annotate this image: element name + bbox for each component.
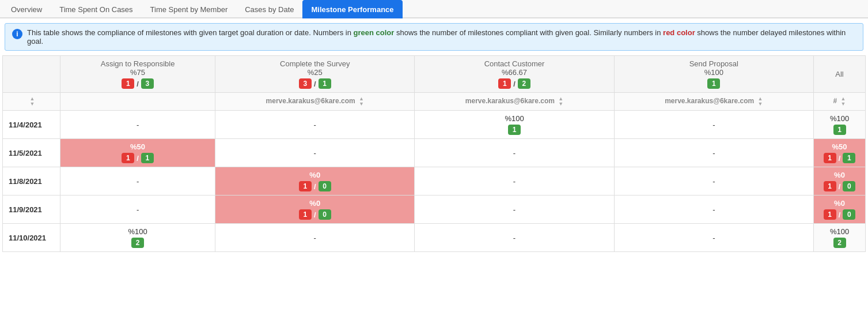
slash: / — [839, 210, 841, 219]
cell-proposal-11-9-2021: - — [614, 196, 813, 224]
cell-assign-11-10-2021: %100 2 — [60, 224, 215, 252]
badge-green-contact: 2 — [518, 78, 530, 89]
badge-row-contact: 1 / 2 — [419, 78, 609, 89]
cell-proposal-11-5-2021: - — [614, 139, 813, 167]
badge-green: 0 — [843, 209, 855, 220]
col-header-survey: Complete the Survey %25 3 / 1 — [215, 56, 415, 93]
slash: / — [839, 182, 841, 191]
col-pct-assign: %75 — [65, 68, 210, 77]
info-icon: i — [12, 29, 22, 39]
pct-val: %0 — [220, 171, 410, 179]
tab-overview[interactable]: Overview — [2, 0, 51, 18]
col-pct-proposal: %100 — [619, 68, 809, 77]
badge-row-proposal: 1 — [619, 78, 809, 89]
cell-all-11-8-2021: %0 1 / 0 — [814, 167, 866, 196]
cell-assign-11-8-2021: - — [60, 167, 215, 196]
sort-arrows-survey: ▲▼ — [359, 96, 364, 107]
badge-green: 1 — [843, 153, 855, 163]
col-header-assign: Assign to Responsible %75 1 / 3 — [60, 56, 215, 93]
badge-green-assign: 3 — [141, 78, 154, 89]
info-text: This table shows the compliance of miles… — [27, 28, 856, 46]
badge-red: 1 — [122, 153, 134, 163]
slash: / — [839, 154, 841, 163]
pct-val: %100 — [65, 227, 210, 236]
col-pct-survey: %25 — [220, 68, 410, 77]
cell-proposal-11-8-2021: - — [614, 167, 813, 196]
pct-val: %100 — [419, 114, 609, 123]
pct-val: %100 — [818, 227, 861, 236]
date-cell-11-9-2021: 11/9/2021 — [3, 196, 60, 224]
table-row: 11/9/2021-%0 1 / 0 --%0 1 / 0 — [3, 196, 866, 224]
green-text: green color — [354, 28, 395, 37]
badge-red: 1 — [299, 181, 312, 191]
sort-arrows-contact: ▲▼ — [558, 96, 563, 107]
date-cell-11-8-2021: 11/8/2021 — [3, 167, 60, 196]
cell-proposal-11-10-2021: - — [614, 224, 813, 252]
pct-val: %0 — [818, 171, 861, 179]
badge-row: 1 / 0 — [220, 209, 410, 220]
col-name-contact: Contact Customer — [419, 59, 609, 68]
badge-green: 2 — [131, 238, 144, 248]
sort-arrows-all: ▲▼ — [841, 96, 846, 107]
table-row: 11/4/2021--%100 1 -%100 1 — [3, 111, 866, 139]
badge-green: 2 — [833, 238, 846, 248]
cell-assign-11-4-2021: - — [60, 111, 215, 139]
badge-red-assign: 1 — [122, 78, 134, 89]
badge-green: 0 — [319, 209, 331, 220]
slash-assign: / — [137, 80, 139, 88]
pct-val: %50 — [818, 142, 861, 151]
cell-assign-11-9-2021: - — [60, 196, 215, 224]
badge-green: 0 — [319, 181, 331, 191]
badge-green: 1 — [141, 153, 154, 163]
badge-red-contact: 1 — [498, 78, 511, 89]
badge-row-survey: 3 / 1 — [220, 78, 410, 89]
tab-bar: OverviewTime Spent On CasesTime Spent by… — [0, 0, 868, 18]
sort-col-assign — [60, 93, 215, 111]
tabs-container: OverviewTime Spent On CasesTime Spent by… — [0, 0, 868, 18]
sort-col-survey[interactable]: merve.karakus@6kare.com ▲▼ — [215, 93, 415, 111]
cell-survey-11-4-2021: - — [215, 111, 415, 139]
cell-survey-11-8-2021: %0 1 / 0 — [215, 167, 415, 196]
tab-time-spent-member[interactable]: Time Spent by Member — [142, 0, 237, 18]
table-wrapper: Assign to Responsible %75 1 / 3 Complete… — [2, 55, 866, 252]
milestone-table: Assign to Responsible %75 1 / 3 Complete… — [2, 55, 866, 252]
col-header-proposal: Send Proposal %100 1 — [614, 56, 813, 93]
badge-red: 1 — [824, 181, 836, 191]
badge-row: 2 — [65, 238, 210, 248]
col-email-survey: merve.karakus@6kare.com — [266, 97, 355, 105]
slash: / — [314, 182, 316, 191]
badge-row: 2 — [818, 238, 861, 248]
cell-all-11-5-2021: %50 1 / 1 — [814, 139, 866, 167]
sort-col-proposal[interactable]: merve.karakus@6kare.com ▲▼ — [614, 93, 813, 111]
cell-contact-11-10-2021: - — [415, 224, 614, 252]
tab-time-spent-cases[interactable]: Time Spent On Cases — [51, 0, 141, 18]
col-name-survey: Complete the Survey — [220, 59, 410, 68]
sort-col-contact[interactable]: merve.karakus@6kare.com ▲▼ — [415, 93, 614, 111]
pct-val: %0 — [220, 199, 410, 208]
sort-col-all[interactable]: # ▲▼ — [814, 93, 866, 111]
col-email-contact: merve.karakus@6kare.com — [465, 97, 555, 105]
col-header-contact: Contact Customer %66.67 1 / 2 — [415, 56, 614, 93]
badge-red: 1 — [824, 209, 836, 220]
red-text: red color — [663, 28, 695, 37]
cell-survey-11-10-2021: - — [215, 224, 415, 252]
sort-arrows-proposal: ▲▼ — [758, 96, 763, 107]
cell-contact-11-9-2021: - — [415, 196, 614, 224]
tab-cases-by-date[interactable]: Cases by Date — [236, 0, 302, 18]
table-row: 11/8/2021-%0 1 / 0 --%0 1 / 0 — [3, 167, 866, 196]
col-pct-contact: %66.67 — [419, 68, 609, 77]
sort-date-col[interactable]: ▲▼ — [3, 93, 60, 111]
badge-row-assign: 1 / 3 — [65, 78, 210, 89]
date-cell-11-10-2021: 11/10/2021 — [3, 224, 60, 252]
tab-milestone-performance[interactable]: Milestone Performance — [302, 0, 402, 18]
cell-survey-11-9-2021: %0 1 / 0 — [215, 196, 415, 224]
badge-row: 1 / 0 — [220, 181, 410, 191]
slash-survey: / — [314, 80, 316, 88]
cell-assign-11-5-2021: %50 1 / 1 — [60, 139, 215, 167]
badge-green: 1 — [833, 125, 846, 135]
col-all-label: All — [835, 70, 843, 78]
badge-row: 1 — [818, 125, 861, 135]
cell-survey-11-5-2021: - — [215, 139, 415, 167]
col-email-all: # — [833, 97, 837, 105]
badge-row: 1 / 0 — [818, 181, 861, 191]
